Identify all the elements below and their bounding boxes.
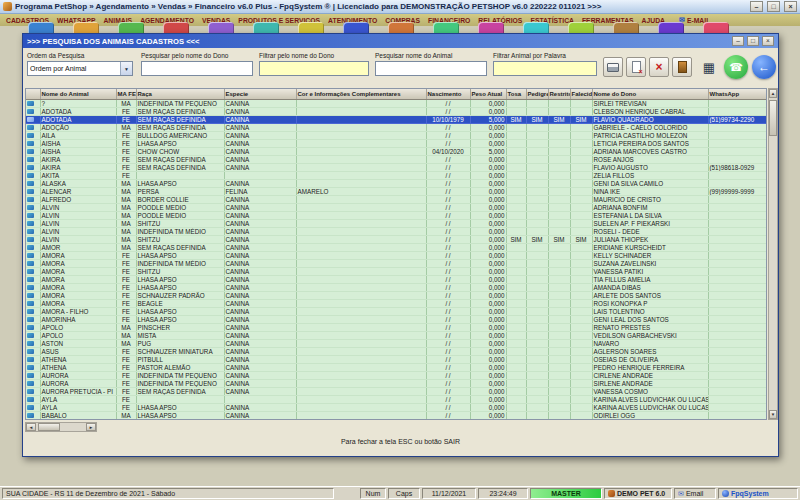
hscrollbar-thumb[interactable] xyxy=(38,423,60,431)
cell[interactable]: SIM xyxy=(506,115,526,123)
cell[interactable]: APOLO xyxy=(40,323,116,331)
cell[interactable]: INDEFINIDA TM MÉDIO xyxy=(136,227,224,235)
cell[interactable] xyxy=(548,283,570,291)
cell[interactable]: CANINA xyxy=(224,139,296,147)
cell[interactable]: FE xyxy=(116,395,136,403)
table-row[interactable]: AISHAFECHOW CHOWCANINA04/10/20205,000ADR… xyxy=(26,147,766,155)
cell[interactable] xyxy=(708,107,766,115)
cell[interactable]: / / xyxy=(426,291,470,299)
minimize-button[interactable]: – xyxy=(750,1,763,12)
cell[interactable] xyxy=(506,291,526,299)
cell[interactable]: LETICIA PEREIRA DOS SANTOS xyxy=(592,139,708,147)
cell[interactable]: 0,000 xyxy=(470,379,506,387)
table-row[interactable]: ATHENAFEPITBULLCANINA/ /0,000OSEIAS DE O… xyxy=(26,355,766,363)
cell[interactable]: CANINA xyxy=(224,315,296,323)
cell[interactable]: / / xyxy=(426,123,470,131)
cell[interactable] xyxy=(548,355,570,363)
cell[interactable] xyxy=(526,283,548,291)
cell[interactable] xyxy=(526,155,548,163)
cell[interactable]: 0,000 xyxy=(470,267,506,275)
cell[interactable]: ADOTADA xyxy=(40,115,116,123)
cell[interactable]: SEM RAÇAS DEFINIDA xyxy=(136,115,224,123)
column-header[interactable]: WhatsApp xyxy=(708,89,766,99)
cell[interactable]: PITBULL xyxy=(136,355,224,363)
cell[interactable] xyxy=(708,403,766,411)
cell[interactable] xyxy=(526,243,548,251)
cell[interactable]: MA xyxy=(116,179,136,187)
cell[interactable] xyxy=(526,259,548,267)
cell[interactable] xyxy=(526,379,548,387)
cell[interactable]: 0,000 xyxy=(470,99,506,107)
cell[interactable] xyxy=(526,291,548,299)
status-email[interactable]: ✉ Email xyxy=(674,488,716,499)
cell[interactable]: ATHENA xyxy=(40,355,116,363)
column-header[interactable]: Nome do Animal xyxy=(40,89,116,99)
cell[interactable] xyxy=(506,203,526,211)
cell[interactable]: / / xyxy=(426,203,470,211)
cell[interactable] xyxy=(570,291,592,299)
cell[interactable]: 0,000 xyxy=(470,331,506,339)
cell[interactable]: ROSI KONOPKA P xyxy=(592,299,708,307)
cell[interactable]: CANINA xyxy=(224,339,296,347)
cell[interactable]: 0,000 xyxy=(470,195,506,203)
cell[interactable]: 0,000 xyxy=(470,131,506,139)
cell[interactable]: / / xyxy=(426,219,470,227)
cell[interactable] xyxy=(136,395,224,403)
cell[interactable] xyxy=(570,259,592,267)
cell[interactable] xyxy=(224,395,296,403)
cell[interactable] xyxy=(708,299,766,307)
table-row[interactable]: ADOTADAFESEM RAÇAS DEFINIDACANINA10/10/1… xyxy=(26,115,766,123)
table-row[interactable]: AKITAFE/ /0,000ZELIA FILLOS xyxy=(26,171,766,179)
cell[interactable] xyxy=(296,107,426,115)
cell[interactable] xyxy=(570,403,592,411)
cell[interactable]: 0,000 xyxy=(470,179,506,187)
cell[interactable]: CANINA xyxy=(224,355,296,363)
cell[interactable] xyxy=(548,403,570,411)
table-row[interactable]: ALVINMAPOODLE MEDIOCANINA/ /0,000ADRIANA… xyxy=(26,203,766,211)
cell[interactable]: 0,000 xyxy=(470,387,506,395)
cell[interactable] xyxy=(548,99,570,107)
cell[interactable]: 0,000 xyxy=(470,403,506,411)
cell[interactable]: 0,000 xyxy=(470,339,506,347)
cell[interactable]: 0,000 xyxy=(470,123,506,131)
cell[interactable] xyxy=(526,307,548,315)
cell[interactable] xyxy=(296,227,426,235)
cell[interactable] xyxy=(506,211,526,219)
cell[interactable]: FLAVIO QUADRADO xyxy=(592,115,708,123)
cell[interactable] xyxy=(548,291,570,299)
cell[interactable] xyxy=(548,395,570,403)
cell[interactable]: ODIRLEI OGG xyxy=(592,411,708,419)
cell[interactable]: AISHA xyxy=(40,139,116,147)
cell[interactable]: PUG xyxy=(136,339,224,347)
dialog-minimize-button[interactable]: – xyxy=(732,36,744,46)
cell[interactable]: CANINA xyxy=(224,99,296,107)
cell[interactable]: LHASA APSO xyxy=(136,275,224,283)
cell[interactable]: MA xyxy=(116,99,136,107)
cell[interactable] xyxy=(708,387,766,395)
cell[interactable] xyxy=(526,275,548,283)
cell[interactable]: SIM xyxy=(526,235,548,243)
cell[interactable]: MA xyxy=(116,227,136,235)
cell[interactable]: MA xyxy=(116,195,136,203)
cell[interactable] xyxy=(506,387,526,395)
cell[interactable]: SEM RAÇAS DEFINIDA xyxy=(136,163,224,171)
cell[interactable]: CANINA xyxy=(224,363,296,371)
cell[interactable]: VANESSA COSMO xyxy=(592,387,708,395)
cell[interactable] xyxy=(296,283,426,291)
cell[interactable]: FE xyxy=(116,387,136,395)
cell[interactable] xyxy=(526,99,548,107)
cell[interactable]: / / xyxy=(426,267,470,275)
cell[interactable]: FE xyxy=(116,291,136,299)
table-row[interactable]: AYLAFE/ /0,000KARINA ALVES LUDVICHAK OU … xyxy=(26,395,766,403)
column-header[interactable] xyxy=(26,89,40,99)
cell[interactable] xyxy=(548,227,570,235)
cell[interactable]: KARINA ALVES LUDVICHAK OU LUCAS xyxy=(592,403,708,411)
cell[interactable] xyxy=(506,99,526,107)
cell[interactable]: SHITZU xyxy=(136,219,224,227)
column-header[interactable]: Nome do Dono xyxy=(592,89,708,99)
cell[interactable]: SIRLENE ANDRADE xyxy=(592,379,708,387)
table-row[interactable]: AMORAFESHITZUCANINA/ /0,000VANESSA PATIK… xyxy=(26,267,766,275)
cell[interactable]: ? xyxy=(40,99,116,107)
cell[interactable]: CANINA xyxy=(224,123,296,131)
cell[interactable]: FE xyxy=(116,107,136,115)
